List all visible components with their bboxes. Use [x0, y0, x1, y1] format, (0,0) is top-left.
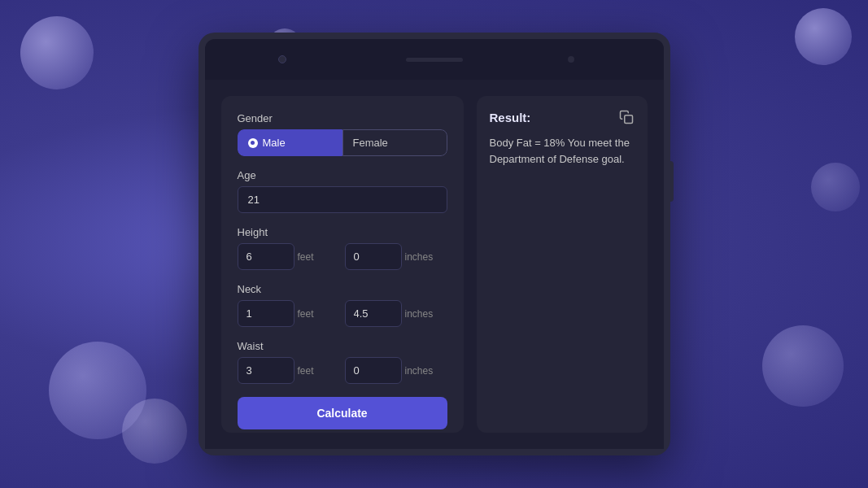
- svg-rect-0: [624, 115, 632, 124]
- tablet-device: Gender Male Female Age: [198, 33, 670, 455]
- neck-label: Neck: [238, 283, 447, 295]
- waist-inches-unit: inches: [405, 365, 434, 377]
- decorative-sphere-6: [762, 325, 844, 407]
- result-title: Result:: [490, 111, 531, 124]
- waist-field-group: Waist feet inches: [238, 340, 447, 384]
- tablet-top-bar: [205, 39, 664, 80]
- height-feet-unit: feet: [298, 251, 314, 263]
- copy-icon[interactable]: [618, 109, 635, 125]
- radio-inner-male: [251, 141, 255, 145]
- result-panel: Result: Body Fat = 18% You meet the Depa…: [477, 96, 648, 433]
- decorative-sphere-3: [795, 8, 852, 65]
- neck-inches-group: inches: [345, 300, 447, 327]
- waist-inches-group: inches: [345, 357, 447, 384]
- tablet-camera: [278, 55, 286, 63]
- neck-feet-group: feet: [238, 300, 340, 327]
- height-inches-unit: inches: [405, 251, 434, 263]
- height-measurement-row: feet inches: [238, 243, 447, 270]
- decorative-sphere-5: [122, 399, 187, 464]
- height-feet-group: feet: [238, 243, 340, 270]
- gender-toggle: Male Female: [238, 129, 447, 156]
- tablet-speaker: [406, 58, 463, 62]
- waist-feet-input[interactable]: [238, 357, 294, 384]
- waist-feet-group: feet: [238, 357, 340, 384]
- height-label: Height: [238, 226, 447, 238]
- decorative-sphere-1: [20, 16, 94, 89]
- result-header: Result:: [490, 109, 635, 125]
- height-feet-input[interactable]: [238, 243, 294, 270]
- age-input[interactable]: [238, 186, 447, 213]
- height-field-group: Height feet inches: [238, 226, 447, 270]
- waist-inches-input[interactable]: [345, 357, 402, 384]
- radio-dot-male: [248, 138, 258, 148]
- neck-feet-unit: feet: [298, 308, 314, 320]
- female-label: Female: [353, 137, 388, 149]
- neck-feet-input[interactable]: [238, 300, 294, 327]
- height-inches-group: inches: [345, 243, 447, 270]
- male-label: Male: [263, 137, 286, 149]
- gender-label: Gender: [238, 112, 447, 124]
- form-panel: Gender Male Female Age: [221, 96, 464, 433]
- tablet-side-button: [669, 161, 674, 202]
- decorative-sphere-7: [811, 163, 860, 211]
- neck-measurement-row: feet inches: [238, 300, 447, 327]
- app-content: Gender Male Female Age: [205, 80, 664, 449]
- height-inches-input[interactable]: [345, 243, 402, 270]
- female-button[interactable]: Female: [342, 129, 447, 156]
- neck-inches-input[interactable]: [345, 300, 402, 327]
- gender-field-group: Gender Male Female: [238, 112, 447, 156]
- tablet-dot: [568, 56, 574, 63]
- waist-label: Waist: [238, 340, 447, 352]
- neck-field-group: Neck feet inches: [238, 283, 447, 327]
- calculate-button[interactable]: Calculate: [238, 397, 447, 429]
- waist-feet-unit: feet: [298, 365, 314, 377]
- age-label: Age: [238, 169, 447, 181]
- neck-inches-unit: inches: [405, 308, 434, 320]
- result-text: Body Fat = 18% You meet the Department o…: [490, 135, 635, 167]
- age-field-group: Age: [238, 169, 447, 213]
- male-button[interactable]: Male: [238, 129, 342, 156]
- waist-measurement-row: feet inches: [238, 357, 447, 384]
